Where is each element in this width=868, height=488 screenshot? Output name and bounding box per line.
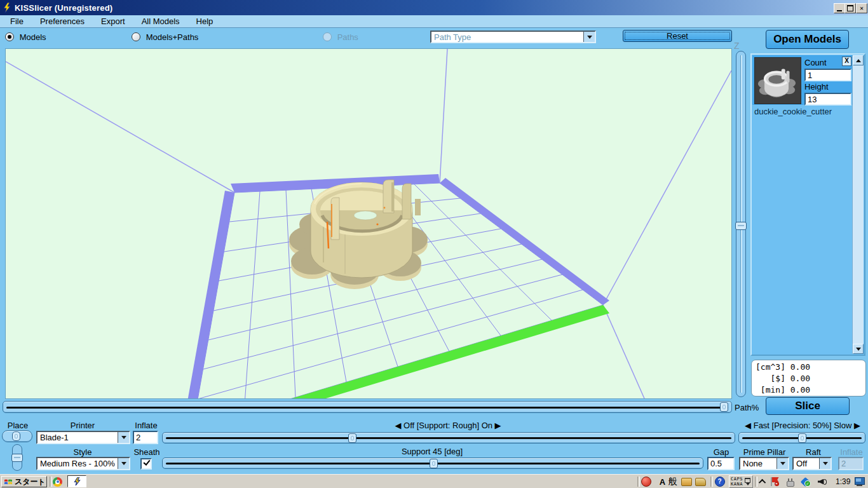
close-button[interactable]: ✕ <box>856 3 867 13</box>
radio-selected-icon <box>5 32 14 41</box>
app-lightning-icon <box>2 3 12 13</box>
path-type-value: Path Type <box>431 32 583 42</box>
viewport-3d-scene[interactable] <box>5 48 732 399</box>
height-input[interactable] <box>804 93 851 105</box>
slice-button[interactable]: Slice <box>766 397 850 415</box>
precision-thumb[interactable] <box>798 433 806 443</box>
view-mode-paths: Paths <box>323 32 358 42</box>
close-icon: ✕ <box>860 5 864 11</box>
gap-input[interactable] <box>707 457 735 470</box>
chrome-quicklaunch-icon[interactable] <box>52 477 63 487</box>
ime-language-ball-icon[interactable] <box>641 477 651 487</box>
view-mode-models-paths[interactable]: Models+Paths <box>132 32 198 42</box>
safely-remove-hardware-icon[interactable] <box>784 477 795 487</box>
kisslicer-task-button[interactable] <box>67 475 86 487</box>
z-slider-thumb[interactable] <box>735 222 747 230</box>
path-type-dropdown[interactable]: Path Type <box>430 30 596 43</box>
scroll-down-icon[interactable] <box>853 344 864 354</box>
minimize-button[interactable] <box>834 3 845 13</box>
speaker-volume-icon[interactable] <box>817 477 827 487</box>
ime-direct-input-icon[interactable]: A <box>657 477 668 487</box>
count-input[interactable] <box>804 69 851 81</box>
ime-toolbox-icon[interactable] <box>681 477 692 487</box>
menu-file[interactable]: File <box>4 15 30 27</box>
chevron-down-icon <box>746 483 750 485</box>
printer-dropdown[interactable]: Blade-1 <box>36 431 130 444</box>
place-y-slider[interactable] <box>12 444 22 471</box>
taskbar: スタート A 般 ? CAPS <box>0 474 868 488</box>
slice-label: Slice <box>795 400 820 412</box>
support-slider[interactable] <box>162 432 735 444</box>
remove-model-button[interactable]: X <box>842 57 851 66</box>
checkmark-icon <box>143 458 150 466</box>
support-angle-slider[interactable] <box>162 458 703 469</box>
place-y-thumb[interactable] <box>11 454 23 462</box>
sheath-checkbox[interactable] <box>140 458 152 470</box>
place-x-slider[interactable] <box>2 430 32 442</box>
path-percent-thumb[interactable] <box>720 402 728 412</box>
model-card[interactable]: Count Height X <box>752 55 853 105</box>
start-button[interactable]: スタート <box>1 476 47 487</box>
chevron-down-icon[interactable] <box>583 32 595 42</box>
support-angle-thumb[interactable] <box>430 459 438 468</box>
style-value: Medium Res - 100% <box>37 459 118 468</box>
menu-preferences[interactable]: Preferences <box>34 15 91 27</box>
path-percent-slider[interactable] <box>3 401 732 413</box>
scroll-up-icon[interactable] <box>853 55 864 65</box>
support-header[interactable]: ◀ Off [Support: Rough] On ▶ <box>289 421 607 430</box>
menu-help[interactable]: Help <box>190 15 220 27</box>
window-restore-icon <box>745 478 750 483</box>
raft-label: Raft <box>794 447 832 457</box>
prime-pillar-label: Prime Pillar <box>739 447 790 457</box>
window-title: KISSlicer (Unregistered) <box>15 3 112 13</box>
place-label: Place <box>5 421 31 430</box>
stat-time: [min] 0.00 <box>756 385 810 395</box>
help-glyph: ? <box>715 477 725 487</box>
display-settings-icon[interactable] <box>854 477 865 487</box>
open-models-button[interactable]: Open Models <box>766 30 849 49</box>
windows-logo-icon <box>4 477 13 486</box>
menu-all-models[interactable]: All Models <box>135 15 186 27</box>
menu-export[interactable]: Export <box>95 15 132 27</box>
model-name[interactable]: duckie_cookie_cutter <box>754 107 862 116</box>
dropbox-icon[interactable]: ✓ <box>800 477 811 487</box>
chevron-down-icon[interactable] <box>118 458 129 469</box>
kisslicer-window: KISSlicer (Unregistered) ✕ File Preferen… <box>0 0 868 488</box>
maximize-button[interactable] <box>844 3 856 13</box>
printer-label: Printer <box>51 421 114 430</box>
place-x-thumb[interactable] <box>12 431 20 441</box>
radio-icon <box>132 32 140 41</box>
view-mode-models[interactable]: Models <box>5 32 46 42</box>
inflate-input[interactable] <box>133 431 158 444</box>
printer-value: Blade-1 <box>37 433 118 442</box>
z-height-slider[interactable] <box>736 51 746 397</box>
security-alert-flag-icon[interactable]: × <box>769 477 780 487</box>
model-thumbnail[interactable] <box>754 57 801 104</box>
support-thumb[interactable] <box>348 433 356 443</box>
reset-button[interactable]: Reset <box>623 30 732 42</box>
precision-header[interactable]: ◀ Fast [Precision: 50%] Slow ▶ <box>738 421 867 430</box>
height-label: Height <box>804 82 829 92</box>
chevron-down-icon[interactable] <box>118 432 129 443</box>
precision-slider[interactable] <box>738 432 865 444</box>
style-dropdown[interactable]: Medium Res - 100% <box>36 457 130 470</box>
chevron-down-icon[interactable] <box>776 458 788 469</box>
hide-tray-icons-chevron[interactable] <box>757 477 768 487</box>
ime-help-icon[interactable]: ? <box>714 477 725 487</box>
title-bar[interactable]: KISSlicer (Unregistered) <box>0 0 868 15</box>
taskbar-clock[interactable]: 1:39 <box>836 477 850 486</box>
ime-mode-icon[interactable]: 般 <box>667 477 678 487</box>
chevron-down-icon[interactable] <box>819 458 831 469</box>
models-scrollbar[interactable] <box>852 55 864 354</box>
prime-pillar-dropdown[interactable]: None <box>739 457 789 470</box>
bed-and-model-render <box>6 49 731 398</box>
path-percent-label: Path% <box>735 403 759 412</box>
caps-kana-indicator[interactable]: CAPS KANA <box>729 475 753 488</box>
ime-pad-icon[interactable] <box>695 477 706 487</box>
models-panel: Count Height X duckie_cookie_cutter <box>750 53 865 356</box>
raft-dropdown[interactable]: Off <box>792 457 832 470</box>
minimize-icon <box>837 10 842 11</box>
kisslicer-icon <box>73 477 81 485</box>
start-label: スタート <box>15 477 46 487</box>
estimate-stats: [cm^3] 0.00 [$] 0.00 [min] 0.00 <box>751 360 866 396</box>
